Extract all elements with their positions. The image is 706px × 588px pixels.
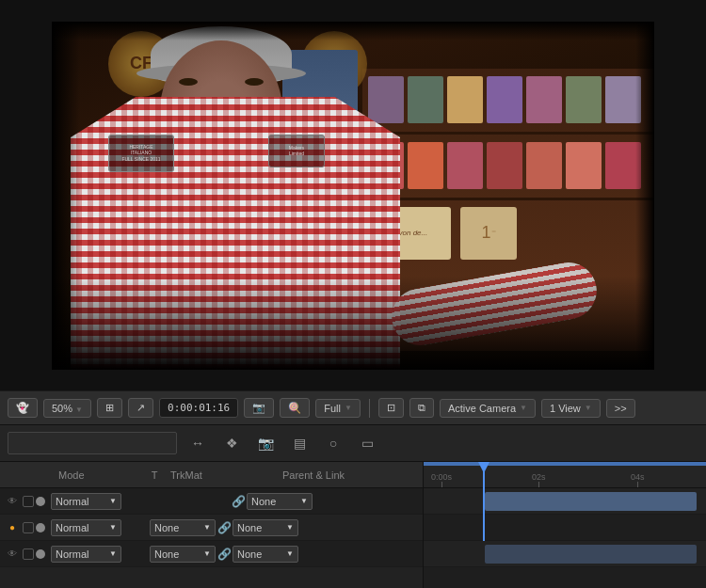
track-1-solo[interactable] — [36, 497, 45, 506]
col-trkmat-header: TrkMat — [170, 469, 250, 481]
work-area-bar — [424, 462, 706, 466]
ghost-icon-btn[interactable]: 👻 — [8, 398, 38, 418]
camera-view-label: Active Camera — [448, 403, 516, 414]
track-1-visibility[interactable]: 👁 — [4, 493, 21, 510]
track-1-parent-chevron: ▼ — [300, 497, 308, 505]
track-row-3: 👁 Normal ▼ None ▼ 🔗 None ▼ — [0, 541, 423, 567]
viewer-toolbar: 👻 50% ▼ ⊞ ↗ 0:00:01:16 📷 🍭 Full ▼ ⊡ ⧉ Ac… — [0, 390, 706, 424]
timecode-label: 0:00:01:16 — [168, 402, 230, 414]
timeline-ruler[interactable]: 0:00s 02s 04s — [424, 462, 706, 488]
timeline-content-tracks — [424, 488, 706, 567]
camera-btn[interactable]: 📷 — [244, 398, 274, 418]
track-3-solo[interactable] — [36, 549, 45, 559]
timeline-ruler-tracks: 0:00s 02s 04s — [424, 462, 706, 588]
grid-icon: ⊡ — [387, 402, 395, 414]
color-icon: 🍭 — [288, 402, 301, 414]
quality-label: Full — [324, 403, 341, 414]
zoom-label: 50% — [52, 403, 72, 414]
track-1-parent-label: None — [251, 496, 276, 507]
view-count-chevron: ▼ — [585, 404, 592, 412]
shape-icon: ❖ — [226, 436, 238, 451]
track-2-mode-chevron: ▼ — [109, 523, 117, 532]
track-3-trkmat-label: None — [154, 548, 179, 560]
tl-track-row-1 — [424, 488, 706, 515]
connect-icon: ↔ — [191, 436, 204, 451]
track-2-visibility[interactable]: ● — [4, 519, 21, 536]
motion-blur-icon: ↗ — [136, 402, 145, 414]
track-2-icons: ● — [4, 519, 45, 536]
track-column-headers: Mode T TrkMat Parent & Link — [0, 462, 423, 488]
view-count-label: 1 View — [550, 403, 581, 414]
track-3-parent-dropdown[interactable]: None ▼ — [233, 546, 298, 563]
media-icon: ▤ — [294, 436, 306, 451]
timeline-camera-btn[interactable]: 📷 — [252, 432, 279, 454]
tl-rect-icon: ▭ — [361, 436, 374, 451]
track-2-link-icon: 🔗 — [216, 519, 233, 536]
camera-view-chevron: ▼ — [520, 404, 527, 412]
track-3-parent-label: None — [237, 548, 262, 560]
zoom-chevron: ▼ — [75, 405, 83, 414]
track-2-solo[interactable] — [36, 523, 45, 532]
tl-bar-3[interactable] — [485, 545, 697, 564]
track-1-lock[interactable] — [23, 496, 34, 507]
track-3-lock[interactable] — [23, 548, 34, 560]
safe-zones-btn[interactable]: ⧉ — [409, 398, 434, 418]
track-2-parent-dropdown[interactable]: None ▼ — [233, 519, 298, 536]
quality-chevron: ▼ — [345, 404, 352, 412]
separator1 — [369, 399, 370, 418]
color-btn[interactable]: 🍭 — [280, 398, 310, 418]
timecode-display[interactable]: 0:00:01:16 — [159, 398, 238, 418]
camera-icon: 📷 — [252, 402, 265, 414]
track-3-trkmat-dropdown[interactable]: None ▼ — [150, 546, 216, 563]
timeline-tracks-area: Mode T TrkMat Parent & Link 👁 Normal ▼ — [0, 462, 706, 588]
track-3-link-icon: 🔗 — [216, 546, 233, 563]
track-1-link-icon: 🔗 — [230, 493, 247, 510]
track-2-mode-dropdown[interactable]: Normal ▼ — [51, 519, 121, 536]
track-row-2: ● Normal ▼ None ▼ 🔗 None ▼ — [0, 515, 423, 541]
track-1-mode-label: Normal — [56, 496, 88, 507]
more-icon: >> — [615, 403, 627, 414]
col-mode-header: Mode — [58, 469, 138, 481]
composition-viewer: Savon de... 1⁻ CF CF — [0, 0, 706, 390]
timeline-connect-btn[interactable]: ↔ — [185, 432, 211, 454]
track-2-lock[interactable] — [23, 522, 34, 533]
track-1-parent-dropdown[interactable]: None ▼ — [247, 493, 313, 510]
track-labels-panel: Mode T TrkMat Parent & Link 👁 Normal ▼ — [0, 462, 424, 588]
track-2-parent-chevron: ▼ — [286, 523, 294, 532]
timeline-toolbar: ↔ ❖ 📷 ▤ ○ ▭ — [0, 424, 706, 462]
timeline-media-btn[interactable]: ▤ — [286, 432, 313, 454]
region-btn[interactable]: ⊞ — [97, 398, 122, 418]
camera-view-dropdown[interactable]: Active Camera ▼ — [440, 399, 536, 418]
safe-zones-icon: ⧉ — [418, 402, 425, 414]
tl-camera-icon: 📷 — [258, 436, 274, 451]
view-count-dropdown[interactable]: 1 View ▼ — [541, 399, 601, 418]
zoom-dropdown[interactable]: 50% ▼ — [43, 399, 91, 418]
track-2-trkmat-chevron: ▼ — [203, 523, 211, 532]
track-3-visibility[interactable]: 👁 — [4, 546, 21, 563]
track-2-trkmat-dropdown[interactable]: None ▼ — [150, 519, 216, 536]
timeline-circle-btn[interactable]: ○ — [320, 432, 346, 454]
track-1-icons: 👁 — [4, 493, 45, 510]
grid-btn[interactable]: ⊡ — [378, 398, 404, 418]
timeline-shape-btn[interactable]: ❖ — [218, 432, 245, 454]
col-parent-header: Parent & Link — [282, 469, 395, 481]
track-3-mode-dropdown[interactable]: Normal ▼ — [51, 546, 121, 563]
motion-blur-btn[interactable]: ↗ — [128, 398, 153, 418]
tl-track-row-2 — [424, 515, 706, 541]
track-3-mode-chevron: ▼ — [109, 549, 117, 558]
quality-dropdown[interactable]: Full ▼ — [315, 399, 361, 418]
more-options-btn[interactable]: >> — [606, 399, 635, 418]
tl-bar-1[interactable] — [485, 492, 697, 511]
col-t-header: T — [146, 469, 163, 481]
track-2-parent-label: None — [237, 522, 262, 533]
track-1-mode-dropdown[interactable]: Normal ▼ — [51, 493, 121, 510]
timeline-rect-btn[interactable]: ▭ — [354, 432, 380, 454]
track-3-parent-chevron: ▼ — [286, 549, 294, 558]
timeline-panel: ↔ ❖ 📷 ▤ ○ ▭ Mode T TrkMat Pa — [0, 424, 706, 588]
tl-track-row-3 — [424, 541, 706, 567]
playhead[interactable] — [483, 462, 485, 541]
ghost-icon: 👻 — [16, 402, 29, 414]
tl-circle-icon: ○ — [329, 436, 337, 451]
region-icon: ⊞ — [105, 402, 114, 414]
track-2-mode-label: Normal — [56, 522, 88, 533]
